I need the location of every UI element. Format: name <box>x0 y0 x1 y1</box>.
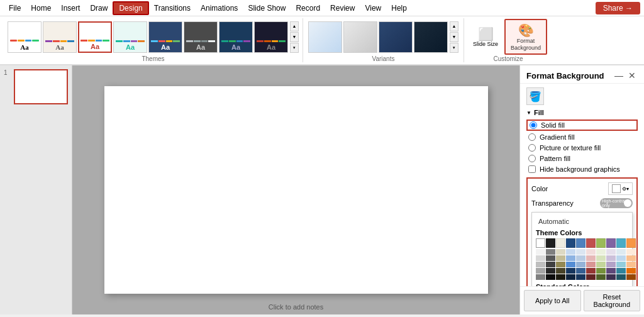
shade-cell[interactable] <box>596 255 606 261</box>
color-cell[interactable] <box>566 238 575 248</box>
color-cell[interactable] <box>606 238 616 248</box>
menu-slideshow[interactable]: Slide Show <box>243 3 291 14</box>
variant-3[interactable] <box>379 21 413 53</box>
shade-cell[interactable] <box>596 262 606 267</box>
apply-to-all-button[interactable]: Apply to All <box>524 290 581 311</box>
fill-option-hide[interactable]: Hide background graphics <box>526 165 638 174</box>
shade-cell[interactable] <box>536 255 545 261</box>
shade-cell[interactable] <box>626 268 636 274</box>
shade-cell[interactable] <box>556 262 565 267</box>
slide-canvas[interactable] <box>104 86 488 294</box>
shade-cell[interactable] <box>586 274 596 280</box>
shade-cell[interactable] <box>596 249 606 255</box>
shade-cell[interactable] <box>576 255 586 261</box>
menu-file[interactable]: File <box>4 3 26 14</box>
shade-cell[interactable] <box>576 274 586 280</box>
variant-4[interactable] <box>414 21 448 53</box>
slide-thumbnail-1[interactable] <box>14 69 68 104</box>
shade-cell[interactable] <box>586 255 596 261</box>
shade-cell[interactable] <box>606 249 616 255</box>
shade-cell[interactable] <box>606 255 616 261</box>
theme-5[interactable]: Aa <box>148 21 182 53</box>
menu-home[interactable]: Home <box>26 3 56 14</box>
shade-cell[interactable] <box>626 274 636 280</box>
picture-fill-radio[interactable] <box>528 144 536 152</box>
color-cell[interactable] <box>626 238 636 248</box>
theme-4[interactable]: Aa <box>113 21 147 53</box>
shade-cell[interactable] <box>546 274 555 280</box>
variant-2[interactable] <box>343 21 377 53</box>
shade-cell[interactable] <box>536 249 545 255</box>
shade-cell[interactable] <box>626 249 636 255</box>
fill-option-gradient[interactable]: Gradient fill <box>526 133 638 142</box>
pattern-fill-radio[interactable] <box>528 155 536 162</box>
toggle-switch[interactable]: High-contrast only <box>600 198 633 208</box>
shade-cell[interactable] <box>616 249 626 255</box>
variant-scroll-more[interactable]: ▾ <box>450 43 458 53</box>
shade-cell[interactable] <box>536 262 545 267</box>
collapse-icon[interactable]: — <box>613 70 625 81</box>
shade-cell[interactable] <box>546 268 555 274</box>
shade-cell[interactable] <box>586 249 596 255</box>
shade-cell[interactable] <box>606 268 616 274</box>
solid-fill-radio[interactable] <box>530 121 537 129</box>
shade-cell[interactable] <box>556 249 565 255</box>
menu-draw[interactable]: Draw <box>85 3 113 14</box>
format-background-button[interactable]: 🎨 FormatBackground <box>504 19 547 55</box>
scroll-down[interactable]: ▼ <box>290 32 299 42</box>
theme-6[interactable]: Aa <box>184 21 218 53</box>
theme-3[interactable]: Aa <box>78 21 112 53</box>
shade-cell[interactable] <box>546 249 555 255</box>
shade-cell[interactable] <box>586 268 596 274</box>
shade-cell[interactable] <box>556 255 565 261</box>
shade-cell[interactable] <box>616 255 626 261</box>
shade-cell[interactable] <box>566 249 575 255</box>
theme-1[interactable]: Aa <box>8 21 42 53</box>
reset-background-button[interactable]: Reset Background <box>584 290 641 311</box>
hide-bg-checkbox[interactable] <box>528 165 536 173</box>
color-cell[interactable] <box>556 238 565 248</box>
shade-cell[interactable] <box>626 255 636 261</box>
color-value-button[interactable]: ⚙▾ <box>608 182 633 195</box>
variant-scroll-up[interactable]: ▲ <box>450 21 458 31</box>
shade-cell[interactable] <box>616 268 626 274</box>
shade-cell[interactable] <box>566 255 575 261</box>
color-cell[interactable] <box>546 238 555 248</box>
menu-animations[interactable]: Animations <box>196 3 243 14</box>
color-cell[interactable] <box>576 238 586 248</box>
fill-header[interactable]: ▼ Fill <box>526 109 638 116</box>
shade-cell[interactable] <box>586 262 596 267</box>
scroll-more[interactable]: ▾ <box>290 43 299 53</box>
shade-cell[interactable] <box>576 249 586 255</box>
share-button[interactable]: Share → <box>596 2 640 14</box>
slide-list-item-1[interactable]: 1 <box>4 69 68 104</box>
variant-1[interactable] <box>308 21 342 53</box>
shade-cell[interactable] <box>556 268 565 274</box>
shade-cell[interactable] <box>606 274 616 280</box>
shade-cell[interactable] <box>616 262 626 267</box>
theme-8[interactable]: Aa <box>254 21 288 53</box>
menu-insert[interactable]: Insert <box>56 3 85 14</box>
shade-cell[interactable] <box>626 262 636 267</box>
theme-2[interactable]: Aa <box>43 21 77 53</box>
shade-cell[interactable] <box>596 274 606 280</box>
menu-transitions[interactable]: Transitions <box>149 3 196 14</box>
click-to-add-notes[interactable]: Click to add notes <box>269 303 323 311</box>
shade-cell[interactable] <box>606 262 616 267</box>
menu-record[interactable]: Record <box>291 3 325 14</box>
slide-size-button[interactable]: ⬜ Slide Size <box>469 24 502 50</box>
shade-cell[interactable] <box>536 274 545 280</box>
color-cell[interactable] <box>596 238 606 248</box>
fill-option-solid[interactable]: Solid fill <box>526 120 638 131</box>
shade-cell[interactable] <box>576 268 586 274</box>
menu-review[interactable]: Review <box>325 3 360 14</box>
shade-cell[interactable] <box>546 255 555 261</box>
shade-cell[interactable] <box>536 268 545 274</box>
theme-7[interactable]: Aa <box>219 21 253 53</box>
shade-cell[interactable] <box>556 274 565 280</box>
shade-cell[interactable] <box>566 268 575 274</box>
fill-option-pattern[interactable]: Pattern fill <box>526 154 638 163</box>
shade-cell[interactable] <box>546 262 555 267</box>
scroll-up[interactable]: ▲ <box>290 21 299 31</box>
shade-cell[interactable] <box>566 262 575 267</box>
